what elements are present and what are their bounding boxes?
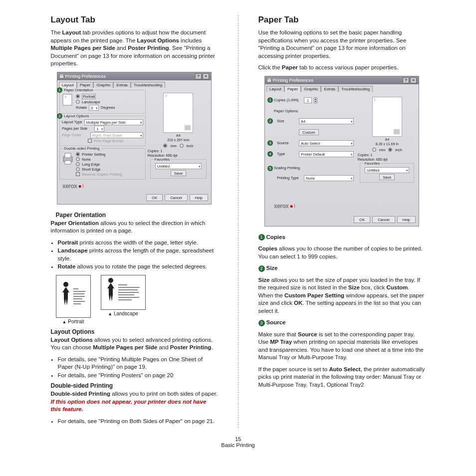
save-button[interactable]: Save [379, 174, 395, 180]
source-combo[interactable]: Auto Select [299, 140, 354, 146]
inch-radio[interactable] [180, 144, 184, 148]
svg-rect-4 [65, 161, 71, 164]
svg-point-5 [63, 282, 68, 287]
callout-2: 2 [267, 118, 273, 124]
layout-dialog-figure: 🖶 Printing Preferences ? × Layout Paper … [57, 72, 212, 205]
favorites-group: Favorites Untitled Save [360, 163, 414, 183]
tab-extras[interactable]: Extras [113, 82, 131, 88]
svg-rect-0 [63, 94, 72, 105]
print-border-check [88, 139, 92, 143]
tab-graphic[interactable]: Graphic [301, 86, 321, 92]
brand-logo: xerox ●⟩ [59, 182, 146, 191]
inch-radio[interactable] [388, 148, 392, 152]
callout-1: 1 [267, 97, 273, 103]
pages-per-side-combo[interactable]: 1 [94, 126, 104, 132]
left-column: Layout Tab The Layout tab provides optio… [46, 15, 223, 428]
ok-button[interactable]: OK [354, 216, 370, 223]
close-icon[interactable]: × [410, 77, 417, 83]
paper-dialog-figure: 🖶 Printing Preferences ? × Layout Paper … [264, 76, 419, 227]
reverse-duplex-check [76, 172, 80, 176]
callout-2: 2 [57, 113, 62, 119]
cancel-button[interactable]: Cancel [372, 216, 395, 223]
favorites-group: Favorites Untitled Save [150, 159, 207, 179]
column-divider [238, 15, 238, 428]
callout-3: 3 [267, 140, 273, 146]
paper-tab-intro: Use the following options to set the bas… [258, 29, 426, 60]
callout-4: 4 [267, 151, 273, 157]
double-sided-subhead: Double-sided Printing [51, 382, 218, 389]
ok-button[interactable]: OK [146, 194, 163, 201]
tab-graphic[interactable]: Graphic [93, 82, 113, 88]
help-icon[interactable]: ? [403, 77, 409, 83]
printing-type-combo[interactable]: None [304, 175, 354, 181]
dialog-titlebar: 🖶 Printing Preferences ? × [57, 72, 211, 80]
long-edge-radio[interactable] [76, 162, 80, 166]
paper-orientation-subhead: Paper Orientation [56, 212, 218, 219]
short-edge-radio[interactable] [76, 167, 80, 171]
help-button[interactable]: Help [397, 216, 416, 223]
save-button[interactable]: Save [171, 170, 186, 176]
layout-options-group: 2 Layout Options Layout TypeMultiple Pag… [59, 116, 146, 146]
paper-tab-heading: Paper Tab [258, 15, 426, 25]
page-footer: 15 Basic Printing [10, 436, 466, 448]
page-icon: F [62, 93, 74, 107]
printer-icon [62, 152, 74, 166]
callout-1: 1 [57, 87, 62, 93]
svg-point-6 [108, 278, 113, 283]
callout-5: 5 [267, 166, 273, 171]
page-preview: F [163, 93, 193, 133]
right-column: Paper Tab Use the following options to s… [253, 15, 431, 428]
printer-setting-radio[interactable] [76, 152, 80, 156]
copies-input[interactable]: 1 [304, 97, 312, 103]
help-button[interactable]: Help [190, 194, 208, 201]
type-combo[interactable]: Printer Default [299, 151, 354, 157]
favorites-combo[interactable]: Untitled [155, 163, 202, 169]
tab-extras[interactable]: Extras [321, 86, 338, 92]
landscape-radio[interactable] [76, 100, 80, 104]
custom-button[interactable]: Custom [299, 129, 319, 135]
brand-logo: xerox ●⟩ [271, 202, 354, 211]
page-order-combo: Right, Then Down [90, 132, 143, 138]
paper-orientation-group: 1 Paper Orientation F Portrait Landscape… [59, 90, 146, 114]
mm-radio[interactable] [163, 144, 167, 148]
portrait-radio[interactable] [76, 94, 80, 98]
tab-troubleshooting[interactable]: Troubleshooting [131, 82, 165, 88]
dialog-tabs: Layout Paper Graphic Extras Troubleshoot… [57, 80, 211, 88]
rotate-combo[interactable]: 0 [89, 105, 99, 111]
svg-rect-3 [65, 153, 71, 158]
help-icon[interactable]: ? [195, 73, 202, 79]
layout-tab-intro: The Layout tab provides options to adjus… [51, 29, 218, 68]
svg-text:F: F [65, 95, 67, 99]
page-preview: F [372, 97, 402, 137]
double-sided-group: Double-sided Printing Printer Setting No… [59, 148, 146, 180]
mm-radio[interactable] [372, 148, 376, 152]
cancel-button[interactable]: Cancel [165, 194, 187, 201]
tab-paper[interactable]: Paper [77, 82, 93, 88]
layout-type-combo[interactable]: Multiple Pages per Side [84, 119, 143, 125]
none-radio[interactable] [76, 157, 80, 161]
tab-troubleshooting[interactable]: Troubleshooting [338, 86, 373, 92]
dialog-tabs: Layout Paper Graphic Extras Troubleshoot… [265, 84, 419, 92]
orientation-figures: ▲ Portrait ▲ Landscape [56, 275, 218, 324]
layout-tab-heading: Layout Tab [51, 15, 218, 25]
tab-paper[interactable]: Paper [284, 86, 301, 92]
dialog-titlebar: 🖶 Printing Preferences ? × [265, 76, 419, 84]
close-icon[interactable]: × [203, 73, 209, 79]
size-combo[interactable]: A4 [299, 118, 354, 124]
favorites-combo[interactable]: Untitled [365, 167, 409, 173]
layout-options-subhead: Layout Options [51, 328, 218, 335]
tab-layout[interactable]: Layout [59, 82, 77, 88]
tab-layout[interactable]: Layout [266, 86, 284, 92]
